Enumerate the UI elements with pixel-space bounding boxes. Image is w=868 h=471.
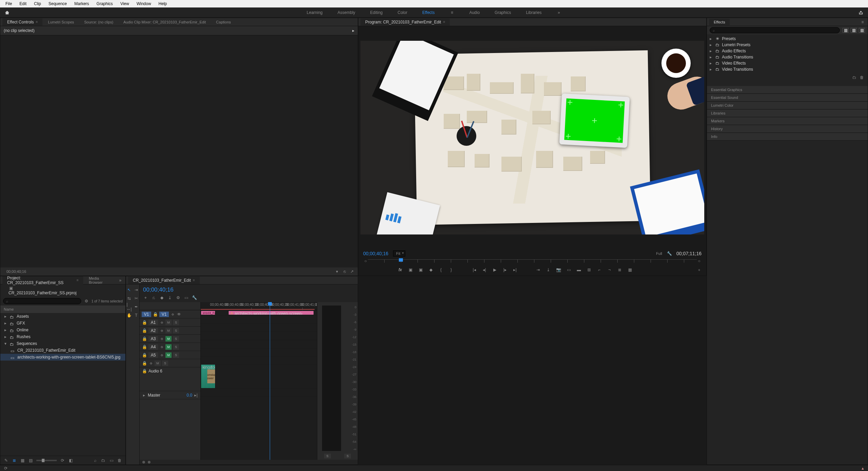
- lock-icon[interactable]: 🔒: [142, 345, 147, 349]
- insert-icon[interactable]: ⇥: [535, 267, 541, 273]
- sync-lock-icon[interactable]: ⎆: [159, 353, 164, 357]
- comparison-icon[interactable]: ▦: [627, 267, 633, 273]
- track-head-a2[interactable]: 🔒A2⎆MS: [140, 327, 200, 335]
- track-head-master[interactable]: ▸ Master 0.0 ▸|: [140, 391, 200, 399]
- export-frame-icon[interactable]: 📷: [555, 267, 562, 273]
- folder-video-effects[interactable]: ▸🗀Video Effects: [710, 60, 865, 66]
- panel-info[interactable]: Info: [707, 133, 868, 141]
- solo-button[interactable]: S: [173, 344, 179, 350]
- solo-button[interactable]: S: [173, 336, 179, 342]
- track-head-unused[interactable]: 🔒⎆MS: [140, 359, 200, 367]
- workspace-overflow-icon[interactable]: »: [556, 10, 561, 15]
- tab-program[interactable]: Program: CR_20210103_FatherEmir_Edit≡: [360, 18, 450, 26]
- track-a4[interactable]: [201, 340, 317, 348]
- workspace-color[interactable]: Color: [397, 10, 407, 15]
- timeline-tracks-area[interactable]: 00;00;40;00 00;00;40;05 00;00;40;10 00;0…: [201, 302, 317, 460]
- hand-tool-icon[interactable]: ✋: [127, 313, 132, 318]
- overflow-icon[interactable]: »: [118, 278, 123, 283]
- solo-button[interactable]: S: [162, 361, 168, 366]
- folder-audio-transitions[interactable]: ▸🗀Audio Transitions: [710, 54, 865, 60]
- razor-tool-icon[interactable]: ✂: [134, 296, 139, 301]
- mute-button[interactable]: M: [165, 344, 172, 350]
- menu-clip[interactable]: Clip: [31, 1, 45, 7]
- timeline-ruler[interactable]: 00;00;40;00 00;00;40;05 00;00;40;10 00;0…: [201, 302, 317, 310]
- workspace-graphics[interactable]: Graphics: [495, 10, 511, 15]
- share-icon[interactable]: [858, 10, 863, 15]
- tab-source[interactable]: Source: (no clips): [79, 19, 118, 25]
- sync-status-icon[interactable]: ⟳: [3, 466, 8, 471]
- slip-tool-icon[interactable]: |↔|: [127, 304, 132, 309]
- lock-icon[interactable]: 🔒: [142, 353, 147, 357]
- track-master[interactable]: [201, 388, 317, 397]
- export-icon[interactable]: ↗: [350, 269, 354, 274]
- panel-libraries[interactable]: Libraries: [707, 109, 868, 117]
- lock-icon[interactable]: 🔒: [142, 369, 147, 373]
- play-icon[interactable]: ▶: [492, 267, 498, 273]
- track-head-a6[interactable]: 🔒 Audio 6: [140, 367, 200, 391]
- trash-icon[interactable]: 🗑: [117, 458, 122, 463]
- menu-help[interactable]: Help: [155, 1, 171, 7]
- chevron-right-icon[interactable]: ▸: [142, 393, 146, 398]
- insert-replace-icon[interactable]: ⤓: [167, 295, 172, 300]
- new-bin-icon[interactable]: 🗀: [101, 458, 106, 463]
- sync-lock-icon[interactable]: ⎆: [159, 336, 164, 341]
- scrub-start-icon[interactable]: ○: [363, 259, 368, 263]
- tab-captions[interactable]: Captions: [211, 19, 235, 25]
- panel-markers[interactable]: Markers: [707, 117, 868, 125]
- find-icon[interactable]: ⌕: [93, 458, 98, 463]
- workspace-audio[interactable]: Audio: [469, 10, 480, 15]
- workspace-libraries[interactable]: Libraries: [526, 10, 542, 15]
- transition-constant-power[interactable]: Constant Power: [207, 369, 215, 383]
- track-head-a3[interactable]: 🔒A3⎆MS: [140, 335, 200, 343]
- track-a3[interactable]: [201, 332, 317, 340]
- ripple-tool-icon[interactable]: ⇆: [127, 296, 132, 301]
- tab-menu-icon[interactable]: ≡: [443, 20, 445, 24]
- trim-start-icon[interactable]: ⌐: [596, 267, 602, 273]
- add-button-icon[interactable]: ＋: [696, 267, 702, 273]
- pen-tool-icon[interactable]: ✒: [134, 304, 139, 309]
- lock-icon[interactable]: 🔒: [142, 328, 147, 333]
- timeline-zoom-bar[interactable]: [140, 460, 358, 465]
- list-view-icon[interactable]: ≣: [12, 458, 17, 463]
- snap-icon[interactable]: ⌖: [143, 295, 148, 300]
- bin-rushes[interactable]: ▸🗀Rushes: [0, 333, 125, 340]
- tab-menu-icon[interactable]: ≡: [77, 278, 79, 282]
- mute-button[interactable]: M: [165, 352, 172, 358]
- delete-icon[interactable]: 🗑: [860, 75, 864, 80]
- cc-icon[interactable]: ▭: [184, 295, 189, 300]
- clip-audio6[interactable]: kingdom.wav Constant Power: [201, 365, 215, 388]
- tab-effect-controls[interactable]: Effect Controls≡: [2, 18, 42, 26]
- program-scrub-bar[interactable]: [368, 259, 697, 263]
- icon-view-icon[interactable]: ▦: [20, 458, 25, 463]
- source-patch-v1[interactable]: V1: [142, 312, 151, 317]
- solo-button[interactable]: S: [173, 328, 179, 333]
- meter-solo-right[interactable]: S: [344, 454, 351, 458]
- track-head-a4[interactable]: 🔒A4⎆MS: [140, 343, 200, 351]
- workspace-menu-icon[interactable]: ≡: [449, 10, 454, 15]
- track-target-v1[interactable]: V1: [159, 312, 169, 317]
- mark-in-icon[interactable]: ▣: [407, 267, 413, 273]
- tab-effects[interactable]: Effects: [709, 19, 730, 25]
- item-sequence[interactable]: ▭CR_20210103_FatherEmir_Edit: [0, 347, 125, 354]
- bin-gfx[interactable]: ▸🗀GFX: [0, 320, 125, 327]
- mute-button[interactable]: M: [165, 328, 172, 333]
- go-out-icon[interactable]: }: [448, 267, 454, 273]
- timeline-playhead[interactable]: [270, 302, 270, 460]
- effects-search-input[interactable]: ⌕: [710, 27, 840, 33]
- fit-select[interactable]: Fit: [393, 250, 405, 257]
- track-head-a5[interactable]: 🔒A5⎆MS: [140, 351, 200, 359]
- scrub-end-icon[interactable]: ○: [697, 259, 702, 263]
- sync-lock-icon[interactable]: ⎆: [159, 345, 164, 349]
- trim-end-icon[interactable]: ¬: [606, 267, 613, 273]
- type-tool-icon[interactable]: T: [134, 313, 139, 318]
- chevron-right-icon[interactable]: ▸: [352, 28, 354, 33]
- filter-icon[interactable]: ⚙: [84, 299, 89, 303]
- tab-menu-icon[interactable]: ≡: [193, 278, 195, 282]
- timeline-timecode[interactable]: 00;00;40;16: [140, 284, 358, 295]
- funnel-icon[interactable]: ▾: [335, 269, 339, 274]
- bin-sequences[interactable]: ▾🗀Sequences: [0, 340, 125, 347]
- mute-button[interactable]: M: [155, 361, 161, 366]
- go-to-in-icon[interactable]: |◂: [471, 267, 477, 273]
- solo-button[interactable]: S: [173, 320, 179, 325]
- folder-video-transitions[interactable]: ▸🗀Video Transitions: [710, 66, 865, 72]
